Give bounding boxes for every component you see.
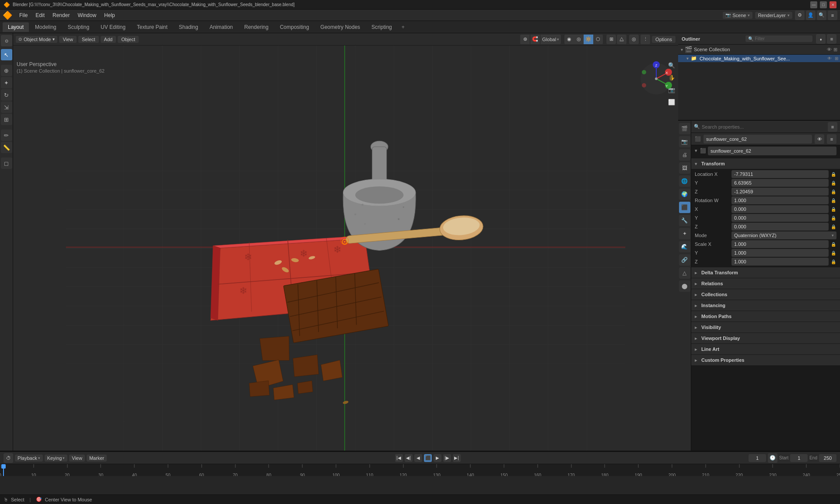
viewport-shading-rendered[interactable]: 🔆 [584,35,593,44]
rotation-y-value[interactable]: 0.000 [732,214,829,222]
topbar-icon-1[interactable]: ⚙ [795,10,805,20]
outliner-filter-icon[interactable]: ⬧ [816,34,826,44]
tab-add-button[interactable]: + [398,22,408,32]
viewport-xray-toggle[interactable]: ⧋ [617,35,626,44]
step-back-button[interactable]: ◀| [405,454,413,462]
scale-z-lock[interactable]: 🔒 [830,259,836,265]
location-x-value[interactable]: -7.79311 [732,170,829,178]
tool-cursor[interactable]: ⊕ [1,65,12,76]
custom-properties-header[interactable]: Custom Properties [691,355,840,365]
prop-tab-scene[interactable]: 🎬 [679,123,690,134]
tab-layout[interactable]: Layout [3,22,29,32]
transform-pivot-icon[interactable]: ⊛ [520,35,530,44]
start-frame-input[interactable]: 1 [790,454,808,462]
close-button[interactable]: ✕ [830,1,836,8]
options-button[interactable]: Options [652,36,676,43]
tab-scripting[interactable]: Scripting [366,22,397,32]
prop-tab-world[interactable]: 🌍 [679,189,690,200]
global-selector[interactable]: Global▾ [540,35,561,44]
options-dropdown[interactable]: ⋮ [640,35,650,44]
motion-paths-header[interactable]: Motion Paths [691,311,840,322]
prop-tab-output[interactable]: 🖨 [679,149,690,161]
prop-tab-data[interactable]: △ [679,267,690,279]
relations-header[interactable]: Relations [691,278,840,289]
add-menu[interactable]: Add [101,36,116,43]
viewport-overlay-toggle[interactable]: ⊞ [606,35,616,44]
end-frame-input[interactable]: 250 [819,454,836,462]
tab-shading[interactable]: Shading [174,22,203,32]
prop-tab-object[interactable]: ⬛ [679,202,690,213]
visibility-header[interactable]: Visibility [691,322,840,332]
prop-tab-particles[interactable]: ✦ [679,228,690,239]
tab-compositing[interactable]: Compositing [275,22,315,32]
jump-end-button[interactable]: ▶| [453,454,461,462]
select-menu[interactable]: Select [78,36,99,43]
outliner-item-collection[interactable]: ▾ 📁 Chocolate_Making_with_Sunflower_See.… [678,55,840,62]
marker-menu[interactable]: Marker [87,455,107,462]
scale-y-value[interactable]: 1.000 [732,249,829,257]
menu-help[interactable]: Help [101,11,119,19]
tab-modeling[interactable]: Modeling [30,22,62,32]
prop-tab-view-layer[interactable]: 🖼 [679,162,690,174]
rotation-z-value[interactable]: 0.000 [732,223,829,231]
tool-rotate[interactable]: ↻ [1,89,12,101]
prop-tab-modifier[interactable]: 🔧 [679,215,690,226]
viewport-shading-solid[interactable]: ◉ [564,35,574,44]
collections-header[interactable]: Collections [691,289,840,300]
timeline-type-icon[interactable]: ⏱ [4,453,13,463]
topbar-icon-3[interactable]: 🔍 [817,10,826,20]
tab-animation[interactable]: Animation [204,22,238,32]
maximize-button[interactable]: □ [820,1,827,8]
tool-measure[interactable]: 📏 [1,142,12,153]
tool-move[interactable]: ✦ [1,77,12,88]
location-z-lock[interactable]: 🔒 [830,189,836,195]
menu-edit[interactable]: Edit [32,11,48,19]
playback-menu[interactable]: Playback ▾ [15,455,43,462]
tab-rendering[interactable]: Rendering [239,22,273,32]
outliner-search[interactable]: 🔍 Filter [746,35,813,42]
location-y-value[interactable]: 6.63965 [732,179,829,187]
object-name-field[interactable]: sunflower_core_62 [704,135,812,144]
prop-tab-physics[interactable]: 🌊 [679,241,690,252]
mode-icon[interactable]: ⊙ [1,35,12,46]
snap-icon[interactable]: 🧲 [530,35,540,44]
line-art-header[interactable]: Line Art [691,344,840,354]
view-menu[interactable]: View [59,36,77,43]
transform-section-header[interactable]: Transform [691,158,840,169]
outliner-options-icon[interactable]: ≡ [827,34,836,44]
object-visibility-toggle[interactable]: 👁 [815,134,824,144]
properties-search-input[interactable] [702,124,826,130]
tool-select[interactable]: ↖ [1,49,12,60]
jump-start-button[interactable]: |◀ [395,454,403,462]
rotation-y-lock[interactable]: 🔒 [830,215,836,221]
rotation-mode-select[interactable]: Quaternion (WXYZ) ▾ [732,231,836,239]
location-y-lock[interactable]: 🔒 [830,180,836,186]
object-more-options[interactable]: ≡ [827,134,836,144]
tab-sculpting[interactable]: Sculpting [63,22,94,32]
properties-options[interactable]: ≡ [828,122,837,132]
rotation-w-lock[interactable]: 🔒 [830,197,836,203]
timeline-scrubber[interactable] [1,464,6,469]
delta-transform-header[interactable]: Delta Transform [691,267,840,278]
vr-icon[interactable]: ⬜ [666,97,677,107]
rotation-x-lock[interactable]: 🔒 [830,206,836,212]
tab-texture-paint[interactable]: Texture Paint [132,22,173,32]
scale-z-value[interactable]: 1.000 [732,258,829,266]
timeline-ruler[interactable]: 0102030405060708090100110120130140150160… [0,464,840,476]
render-layer-selector[interactable]: RenderLayer ▾ [755,12,792,19]
tool-transform[interactable]: ⊞ [1,114,12,125]
instancing-header[interactable]: Instancing [691,300,840,311]
viewport-shading-wireframe[interactable]: ⬡ [593,35,603,44]
rotation-z-lock[interactable]: 🔒 [830,224,836,230]
rotation-w-value[interactable]: 1.000 [732,196,829,204]
tab-geometry-nodes[interactable]: Geometry Nodes [315,22,365,32]
prop-tab-render[interactable]: 📷 [679,136,690,147]
viewport-3d[interactable]: ⊙ Object Mode View Select Add Object ⊛ 🧲… [13,33,678,451]
location-z-value[interactable]: -1.20459 [732,188,829,196]
scale-x-lock[interactable]: 🔒 [830,241,836,247]
rotation-x-value[interactable]: 0.000 [732,205,829,213]
sub-object-name-field[interactable]: sunflower_core_62 [708,147,836,155]
object-mode-selector[interactable]: ⊙ Object Mode [16,36,57,43]
play-forward-button[interactable]: ▶ [434,454,441,462]
menu-render[interactable]: Render [49,11,73,19]
